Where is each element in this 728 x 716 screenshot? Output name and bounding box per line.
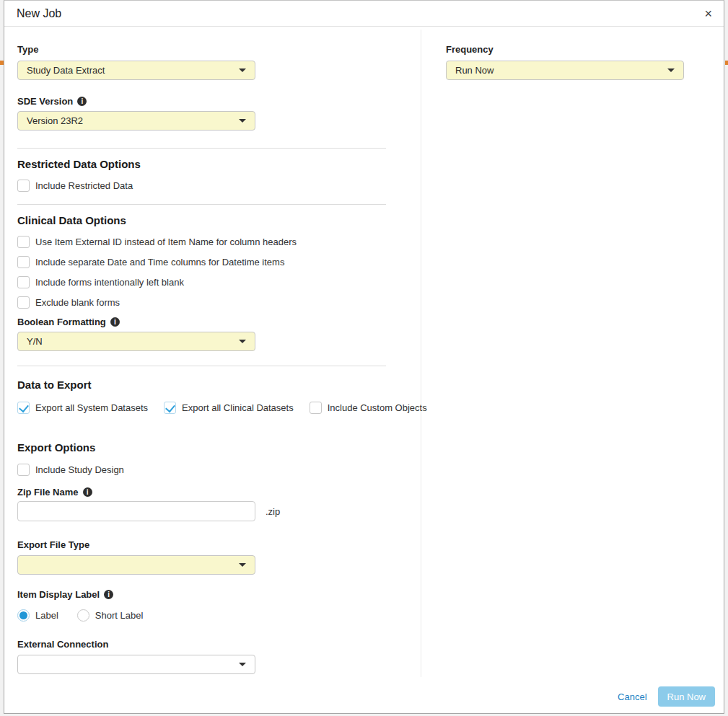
radio-button-icon[interactable] <box>17 609 30 622</box>
checkbox-box[interactable] <box>17 256 30 268</box>
checkbox-include-restricted-data[interactable]: Include Restricted Data <box>17 180 386 192</box>
checkbox-box[interactable] <box>17 464 30 476</box>
checkbox-box[interactable] <box>17 276 30 288</box>
restricted-data-options-heading: Restricted Data Options <box>17 158 386 170</box>
section-divider <box>17 204 386 205</box>
checkbox-box[interactable] <box>164 402 176 414</box>
sde-version-dropdown[interactable]: Version 23R2 <box>17 111 255 131</box>
chevron-down-icon <box>239 68 246 72</box>
checkbox-box[interactable] <box>310 402 322 414</box>
sde-version-label: SDE Version <box>17 96 386 107</box>
column-divider <box>421 30 421 677</box>
dialog-footer: Cancel Run Now <box>618 686 715 707</box>
checkbox-include-study-design[interactable]: Include Study Design <box>17 464 386 476</box>
frequency-dropdown[interactable]: Run Now <box>446 61 684 80</box>
checkbox-exclude-blank-forms[interactable]: Exclude blank forms <box>17 296 386 309</box>
radio-short-label[interactable]: Short Label <box>77 609 144 622</box>
export-file-type-dropdown[interactable] <box>17 555 255 575</box>
checkbox-export-all-system-datasets[interactable]: Export all System Datasets <box>17 402 148 414</box>
info-icon[interactable] <box>104 590 113 599</box>
new-job-dialog: New Job × Type Study Data Extract SDE Ve… <box>4 0 724 714</box>
export-file-type-label: Export File Type <box>17 539 386 550</box>
frequency-dropdown-value: Run Now <box>455 65 494 76</box>
boolean-formatting-label: Boolean Formatting <box>17 317 386 327</box>
checkbox-export-all-clinical-datasets[interactable]: Export all Clinical Datasets <box>164 402 294 414</box>
info-icon[interactable] <box>83 487 92 497</box>
type-dropdown-value: Study Data Extract <box>27 65 105 76</box>
checkbox-separate-date-time[interactable]: Include separate Date and Time columns f… <box>17 256 386 268</box>
data-to-export-heading: Data to Export <box>17 379 386 391</box>
zip-file-name-input[interactable] <box>17 501 255 521</box>
dialog-title: New Job <box>17 7 61 20</box>
right-column: Frequency Run Now <box>446 44 684 80</box>
checkbox-box[interactable] <box>17 296 30 309</box>
info-icon[interactable] <box>110 317 120 327</box>
type-dropdown[interactable]: Study Data Extract <box>17 61 255 80</box>
cancel-button[interactable]: Cancel <box>618 691 646 702</box>
radio-label[interactable]: Label <box>17 609 58 622</box>
checkbox-box[interactable] <box>17 236 30 248</box>
chevron-down-icon <box>239 563 246 567</box>
dialog-header: New Job × <box>4 1 724 27</box>
frequency-label: Frequency <box>446 44 684 55</box>
checkbox-use-item-external-id[interactable]: Use Item External ID instead of Item Nam… <box>17 236 386 248</box>
radio-button-icon[interactable] <box>77 609 89 622</box>
background-page-accent-right <box>725 61 728 65</box>
section-divider <box>17 366 386 366</box>
item-display-label-radio-group: Label Short Label <box>17 609 386 622</box>
export-options-heading: Export Options <box>17 441 386 454</box>
zip-suffix-label: .zip <box>266 506 280 517</box>
boolean-formatting-dropdown-value: Y/N <box>27 336 43 347</box>
chevron-down-icon <box>239 340 246 343</box>
checkbox-include-custom-objects[interactable]: Include Custom Objects <box>310 402 427 414</box>
run-now-button[interactable]: Run Now <box>658 686 715 707</box>
zip-file-name-label: Zip File Name <box>17 487 386 498</box>
chevron-down-icon <box>239 119 246 123</box>
data-to-export-checkbox-row: Export all System Datasets Export all Cl… <box>17 402 386 414</box>
zip-file-name-row: .zip <box>17 501 386 521</box>
checkbox-include-forms-left-blank[interactable]: Include forms intentionally left blank <box>17 276 386 288</box>
checkbox-box[interactable] <box>17 180 30 192</box>
sde-version-dropdown-value: Version 23R2 <box>27 115 83 126</box>
section-divider <box>17 148 386 149</box>
close-icon[interactable]: × <box>704 7 712 20</box>
left-column: Type Study Data Extract SDE Version Vers… <box>17 44 386 674</box>
type-label: Type <box>17 44 386 55</box>
chevron-down-icon <box>239 663 246 666</box>
chevron-down-icon <box>667 68 675 72</box>
clinical-data-options-heading: Clinical Data Options <box>17 214 386 226</box>
checkbox-box[interactable] <box>17 402 30 414</box>
boolean-formatting-dropdown[interactable]: Y/N <box>17 332 255 351</box>
info-icon[interactable] <box>77 97 87 106</box>
external-connection-dropdown[interactable] <box>17 655 255 674</box>
item-display-label-label: Item Display Label <box>17 589 386 600</box>
external-connection-label: External Connection <box>17 639 386 650</box>
